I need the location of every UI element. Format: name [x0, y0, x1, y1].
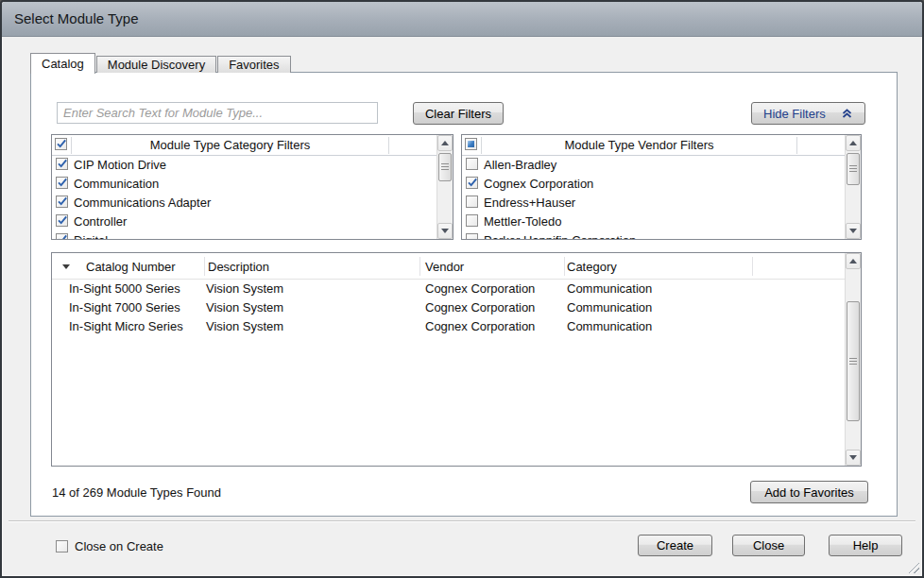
- vendor-filter-list: Module Type Vendor Filters Allen-Bradley…: [461, 134, 862, 240]
- table-header[interactable]: Catalog Number Description Vendor Catego…: [52, 253, 845, 280]
- filter-item-checkbox[interactable]: [466, 177, 478, 189]
- filter-item-label: Allen-Bradley: [484, 158, 556, 172]
- column-header-vendor[interactable]: Vendor: [425, 253, 464, 280]
- check-icon: [56, 157, 69, 170]
- arrow-down-icon: [849, 229, 857, 233]
- filter-item-label: Digital: [74, 233, 108, 239]
- scrollbar-up-button[interactable]: [846, 253, 861, 269]
- select-all-vendors-checkbox[interactable]: [465, 138, 477, 150]
- table-row-in-sight-micro-series[interactable]: In-Sight Micro SeriesVision SystemCognex…: [52, 317, 845, 336]
- add-to-favorites-button[interactable]: Add to Favorites: [750, 481, 868, 503]
- check-icon: [56, 213, 69, 227]
- arrow-down-icon: [441, 229, 449, 233]
- module-type-results-table: Catalog Number Description Vendor Catego…: [51, 252, 862, 467]
- category-list-scrollbar[interactable]: [436, 135, 453, 239]
- vendor-filter-item-endress-hauser[interactable]: Endress+Hauser: [462, 194, 845, 212]
- cell-vendor: Cognex Corporation: [425, 319, 535, 333]
- table-row-in-sight-5000-series[interactable]: In-Sight 5000 SeriesVision SystemCognex …: [52, 280, 845, 298]
- column-header-catalog-number[interactable]: Catalog Number: [86, 253, 176, 280]
- column-divider[interactable]: [752, 257, 753, 276]
- vendor-filter-item-allen-bradley[interactable]: Allen-Bradley: [462, 156, 845, 175]
- tab-favorites[interactable]: Favorites: [217, 56, 290, 73]
- category-filter-item-digital[interactable]: Digital: [52, 231, 436, 239]
- tab-module-discovery[interactable]: Module Discovery: [96, 56, 216, 73]
- scrollbar-down-button[interactable]: [437, 223, 453, 239]
- filter-item-checkbox[interactable]: [466, 214, 478, 227]
- scrollbar-thumb[interactable]: [847, 153, 860, 185]
- category-filter-item-communications-adapter[interactable]: Communications Adapter: [52, 194, 436, 212]
- clear-filters-button[interactable]: Clear Filters: [413, 102, 504, 125]
- column-header-description[interactable]: Description: [208, 253, 269, 280]
- filter-item-checkbox[interactable]: [56, 214, 68, 227]
- table-row-in-sight-7000-series[interactable]: In-Sight 7000 SeriesVision SystemCognex …: [52, 298, 845, 317]
- create-button[interactable]: Create: [638, 535, 712, 556]
- select-module-type-dialog: Select Module Type Catalog Module Discov…: [0, 0, 924, 578]
- scrollbar-thumb[interactable]: [847, 301, 860, 421]
- hide-filters-button[interactable]: Hide Filters: [751, 102, 865, 125]
- category-filter-item-communication[interactable]: Communication: [52, 175, 436, 194]
- arrow-up-icon: [849, 141, 857, 145]
- close-on-create-option[interactable]: Close on Create: [56, 539, 163, 553]
- category-filters-title: Module Type Category Filters: [72, 135, 388, 155]
- search-input[interactable]: [57, 102, 378, 124]
- sort-indicator-icon[interactable]: [62, 264, 70, 269]
- scrollbar-thumb[interactable]: [438, 153, 452, 181]
- cell-vendor: Cognex Corporation: [425, 281, 535, 296]
- table-body: In-Sight 5000 SeriesVision SystemCognex …: [52, 280, 845, 466]
- help-button[interactable]: Help: [829, 535, 902, 556]
- cell-category: Communication: [567, 300, 652, 314]
- filter-item-checkbox[interactable]: [466, 158, 478, 170]
- column-divider[interactable]: [564, 257, 565, 276]
- filter-item-checkbox[interactable]: [56, 158, 68, 170]
- filter-item-label: Parker Hannifin Corporation: [484, 233, 636, 239]
- close-button[interactable]: Close: [732, 535, 805, 556]
- category-filter-rows: CIP Motion DriveCommunicationCommunicati…: [52, 156, 436, 239]
- vendor-filter-item-mettler-toledo[interactable]: Mettler-Toledo: [462, 212, 845, 231]
- results-count-status: 14 of 269 Module Types Found: [52, 485, 221, 500]
- column-divider[interactable]: [419, 257, 420, 276]
- vendor-filter-item-parker-hannifin-corporation[interactable]: Parker Hannifin Corporation: [462, 231, 845, 239]
- tab-catalog[interactable]: Catalog: [30, 53, 95, 74]
- filter-item-checkbox[interactable]: [466, 233, 478, 239]
- scrollbar-up-button[interactable]: [846, 135, 861, 151]
- arrow-up-icon: [849, 259, 857, 264]
- filter-item-label: Controller: [74, 214, 127, 229]
- scrollbar-down-button[interactable]: [846, 450, 861, 466]
- titlebar[interactable]: Select Module Type: [2, 2, 922, 37]
- filter-item-checkbox[interactable]: [56, 196, 68, 208]
- category-filter-list: Module Type Category Filters CIP Motion …: [51, 134, 453, 240]
- filter-item-checkbox[interactable]: [466, 196, 478, 208]
- thumb-gripper-icon: [441, 163, 449, 171]
- resize-grip[interactable]: [907, 561, 919, 573]
- vendor-filter-rows: Allen-BradleyCognex CorporationEndress+H…: [462, 156, 845, 239]
- filter-item-checkbox[interactable]: [56, 177, 68, 189]
- dialog-title: Select Module Type: [14, 10, 138, 26]
- cell-description: Vision System: [206, 319, 283, 333]
- cell-category: Communication: [567, 319, 652, 333]
- thumb-gripper-icon: [849, 165, 857, 173]
- hide-filters-label: Hide Filters: [763, 107, 826, 121]
- close-on-create-label: Close on Create: [75, 539, 163, 553]
- table-scrollbar[interactable]: [845, 253, 861, 466]
- header-divider: [388, 137, 389, 154]
- close-on-create-checkbox[interactable]: [56, 540, 68, 552]
- category-filter-header: Module Type Category Filters: [52, 135, 436, 156]
- arrow-up-icon: [441, 141, 449, 145]
- cell-catalog: In-Sight 7000 Series: [69, 300, 180, 314]
- filter-item-label: CIP Motion Drive: [74, 158, 166, 172]
- select-all-categories-checkbox[interactable]: [55, 138, 67, 150]
- filter-item-label: Communication: [74, 177, 159, 191]
- header-divider: [796, 137, 797, 154]
- vendor-list-scrollbar[interactable]: [845, 135, 861, 239]
- scrollbar-up-button[interactable]: [437, 135, 453, 151]
- column-header-category[interactable]: Category: [567, 253, 617, 280]
- vendor-filter-item-cognex-corporation[interactable]: Cognex Corporation: [462, 175, 845, 194]
- category-filter-item-controller[interactable]: Controller: [52, 212, 436, 231]
- column-divider[interactable]: [204, 257, 205, 276]
- category-filter-item-cip-motion-drive[interactable]: CIP Motion Drive: [52, 156, 436, 175]
- tab-strip: Catalog Module Discovery Favorites: [30, 52, 292, 73]
- scrollbar-down-button[interactable]: [846, 223, 861, 239]
- vendor-filter-header: Module Type Vendor Filters: [462, 135, 845, 156]
- filter-item-checkbox[interactable]: [56, 233, 68, 239]
- cell-description: Vision System: [206, 300, 283, 314]
